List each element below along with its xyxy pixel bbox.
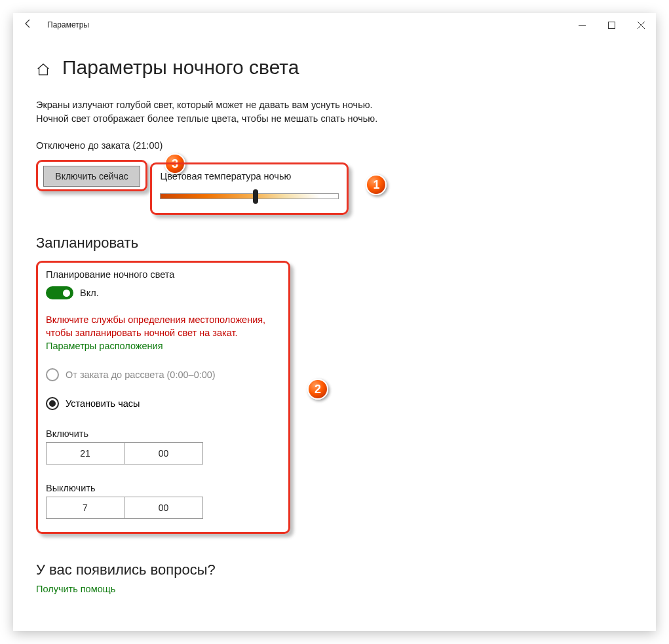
schedule-plan-label: Планирование ночного света (46, 269, 280, 280)
radio-set-hours[interactable] (46, 397, 59, 410)
annotation-box-1: Цветовая температура ночью (150, 162, 349, 215)
schedule-toggle-state: Вкл. (80, 288, 99, 298)
faq-heading: У вас появились вопросы? (36, 561, 633, 578)
description-text: Экраны излучают голубой свет, который мо… (36, 98, 403, 126)
turn-on-minute[interactable]: 00 (124, 442, 203, 464)
turn-on-hour[interactable]: 21 (46, 442, 124, 464)
status-text: Отключено до заката (21:00) (36, 140, 633, 151)
close-button[interactable] (626, 13, 656, 37)
radio-sunset-label: От заката до рассвета (0:00–0:00) (66, 369, 216, 380)
annotation-badge-2: 2 (307, 379, 328, 400)
location-warning: Включите службы определения местоположен… (46, 314, 280, 339)
window-controls (567, 13, 656, 37)
turn-off-minute[interactable]: 00 (124, 497, 203, 519)
svg-rect-1 (609, 22, 615, 28)
annotation-badge-1: 1 (366, 174, 387, 195)
get-help-link[interactable]: Получить помощь (36, 584, 633, 594)
minimize-button[interactable] (567, 13, 597, 37)
enable-now-button[interactable]: Включить сейчас (43, 166, 140, 187)
location-settings-link[interactable]: Параметры расположения (46, 341, 280, 351)
settings-window: Параметры Параметры ночного света Экраны… (13, 13, 656, 631)
titlebar: Параметры (13, 13, 656, 37)
window-title: Параметры (47, 20, 567, 29)
color-temp-label: Цветовая температура ночью (160, 171, 339, 181)
radio-sunset (46, 368, 59, 381)
schedule-toggle[interactable] (46, 286, 73, 299)
maximize-button[interactable] (597, 13, 626, 37)
annotation-box-2: Планирование ночного света Вкл. Включите… (36, 261, 290, 534)
home-icon[interactable] (36, 62, 50, 77)
turn-on-label: Включить (46, 428, 280, 439)
color-temp-slider[interactable] (160, 193, 339, 202)
radio-set-hours-label: Установить часы (66, 398, 140, 409)
schedule-heading: Запланировать (36, 235, 633, 252)
content: Параметры ночного света Экраны излучают … (13, 37, 656, 607)
turn-off-label: Выключить (46, 483, 280, 493)
annotation-box-3: Включить сейчас (36, 160, 147, 191)
turn-off-hour[interactable]: 7 (46, 497, 124, 519)
back-button[interactable] (18, 18, 38, 31)
page-title: Параметры ночного света (62, 56, 299, 79)
